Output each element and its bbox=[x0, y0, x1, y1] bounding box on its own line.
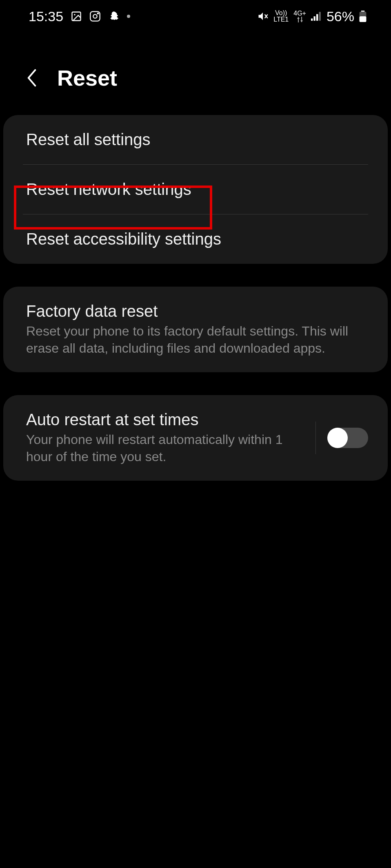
factory-data-reset-item[interactable]: Factory data reset Reset your phone to i… bbox=[3, 287, 388, 372]
mute-icon bbox=[257, 11, 269, 22]
svg-rect-8 bbox=[319, 12, 320, 21]
auto-restart-text: Auto restart at set times Your phone wil… bbox=[26, 411, 304, 465]
factory-reset-group: Factory data reset Reset your phone to i… bbox=[3, 287, 388, 372]
page-title: Reset bbox=[57, 65, 117, 91]
auto-restart-toggle[interactable] bbox=[327, 428, 368, 448]
reset-all-settings-item[interactable]: Reset all settings bbox=[3, 115, 388, 164]
auto-restart-label: Auto restart at set times bbox=[26, 411, 296, 429]
factory-data-reset-label: Factory data reset bbox=[26, 302, 365, 320]
svg-point-1 bbox=[74, 14, 76, 15]
back-button[interactable] bbox=[24, 69, 41, 87]
svg-rect-6 bbox=[313, 16, 315, 21]
more-notifications-dot bbox=[127, 15, 130, 18]
auto-restart-item[interactable]: Auto restart at set times Your phone wil… bbox=[3, 395, 388, 481]
vertical-divider bbox=[315, 422, 316, 454]
svg-point-4 bbox=[98, 13, 98, 14]
instagram-icon bbox=[89, 11, 101, 22]
battery-percentage: 56% bbox=[327, 9, 354, 24]
svg-rect-9 bbox=[361, 11, 364, 12]
svg-point-3 bbox=[93, 14, 97, 18]
reset-options-group: Reset all settings Reset network setting… bbox=[3, 115, 388, 264]
signal-icon bbox=[311, 12, 322, 21]
status-bar: 15:35 Vo)) LTE1 4G+ 56% bbox=[0, 0, 391, 33]
auto-restart-description: Your phone will restart automatically wi… bbox=[26, 431, 296, 465]
toggle-knob bbox=[327, 428, 348, 448]
network-type-indicator: 4G+ bbox=[293, 10, 306, 22]
svg-rect-5 bbox=[311, 18, 313, 20]
status-right: Vo)) LTE1 4G+ 56% bbox=[257, 9, 367, 24]
svg-rect-7 bbox=[316, 14, 318, 21]
reset-accessibility-settings-label: Reset accessibility settings bbox=[26, 230, 365, 248]
factory-data-reset-description: Reset your phone to its factory default … bbox=[26, 323, 365, 357]
page-header: Reset bbox=[0, 33, 391, 115]
status-left: 15:35 bbox=[29, 9, 130, 24]
reset-network-settings-item[interactable]: Reset network settings bbox=[3, 165, 388, 214]
svg-rect-11 bbox=[360, 16, 367, 22]
reset-all-settings-label: Reset all settings bbox=[26, 130, 365, 149]
gallery-icon bbox=[71, 11, 82, 22]
reset-network-settings-label: Reset network settings bbox=[26, 180, 365, 199]
battery-icon bbox=[359, 11, 367, 22]
auto-restart-group: Auto restart at set times Your phone wil… bbox=[3, 395, 388, 481]
status-time: 15:35 bbox=[29, 9, 63, 24]
snapchat-icon bbox=[108, 11, 120, 22]
volte-indicator: Vo)) LTE1 bbox=[273, 10, 289, 23]
reset-accessibility-settings-item[interactable]: Reset accessibility settings bbox=[3, 214, 388, 264]
